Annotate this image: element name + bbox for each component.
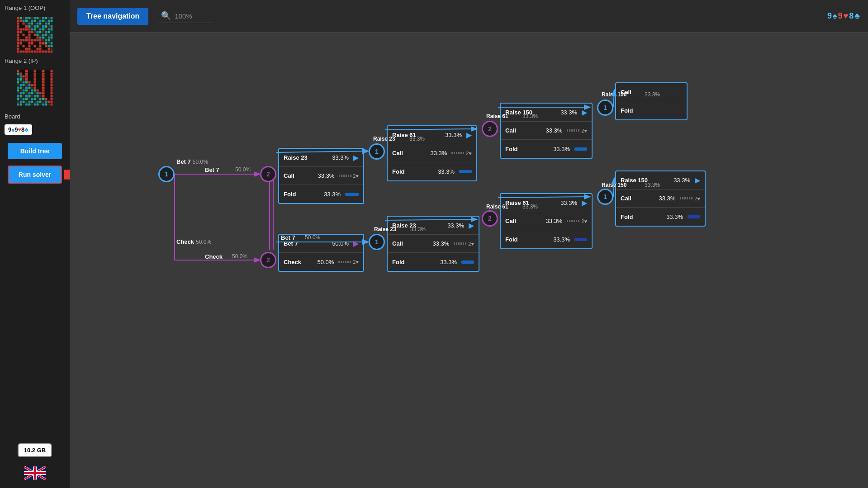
bet7-lower-pct2: 50.0% — [305, 234, 320, 241]
bet7-middle-pct: 50.0% — [235, 166, 251, 173]
bet7-lower-label2: Bet 7 — [281, 234, 295, 241]
fold-lower4-label: Fold — [621, 213, 633, 220]
tree-navigation-button[interactable]: Tree navigation — [77, 8, 148, 25]
action-row-raise61-lower[interactable]: Raise 61 33.3% ▶ — [501, 194, 592, 212]
header-rank1: 9♠ — [827, 11, 838, 20]
player-circle-lower-2: 2 — [260, 252, 276, 268]
raise61-connector-pct-lower: 33.3% — [522, 204, 538, 210]
check-middle-pct: 50.0% — [232, 253, 247, 260]
raise61-lower-arrow: ▶ — [582, 199, 587, 207]
action-row-fold-lower3[interactable]: Fold 33.3% — [501, 230, 592, 248]
action-box-upper3: Raise 150 33.3% ▶ Call 33.3% 2♥ Fold 33.… — [500, 103, 593, 159]
action-row-fold-upper1[interactable]: Fold 33.3% — [279, 185, 363, 203]
raise23-arrow: ▶ — [353, 153, 359, 162]
call-card-u2: 2♥ — [466, 151, 472, 156]
check-label-lower: Check 50.0% — [176, 238, 211, 245]
call-pct-u1: 33.3% — [318, 172, 334, 179]
action-row-call-lower2[interactable]: Call 33.3% 2♥ — [388, 235, 479, 253]
zoom-value: 100% — [175, 12, 192, 20]
action-row-raise23-lower[interactable]: Raise 23 33.3% ▶ — [388, 217, 479, 235]
search-icon: 🔍 — [161, 11, 171, 21]
action-row-call-upper3[interactable]: Call 33.3% 2♥ — [501, 122, 592, 140]
player-number-u2: 2 — [266, 171, 270, 178]
topbar: Tree navigation 🔍 100% 9♠9♥8♣ — [70, 0, 868, 33]
board-suit2: ♥ — [18, 126, 21, 133]
call-lower3-card: 2♥ — [581, 218, 587, 224]
call-lower4-card: 2♥ — [694, 196, 700, 201]
raise23-lower-pct: 33.3% — [447, 222, 464, 229]
board-value: 9♠9♥8♣ — [5, 124, 32, 135]
player-number-l2: 2 — [266, 256, 270, 264]
player-circle-upper-2: 2 — [260, 166, 276, 182]
raise23-label: Raise 23 — [284, 154, 308, 161]
fold-label-u4: Fold — [621, 107, 633, 114]
call-lower4-label: Call — [621, 195, 631, 202]
player-circle-r23-1: 1 — [369, 143, 385, 160]
action-row-raise23-upper[interactable]: Raise 23 33.3% ▶ — [279, 149, 363, 167]
call-pct-u3: 33.3% — [545, 127, 562, 134]
action-box-lower3: Raise 61 33.3% ▶ Call 33.3% 2♥ Fold 33.3… — [500, 193, 593, 249]
check-lower-pct: 50.0% — [317, 259, 334, 265]
range1-grid — [17, 17, 53, 53]
raise23-connector-pct-lower: 33.3% — [410, 226, 426, 232]
run-solver-button[interactable]: Run solver — [8, 166, 62, 184]
raise150-lower-pct: 33.3% — [674, 177, 690, 184]
range2-grid — [17, 70, 53, 106]
raise61-lower-pct: 33.3% — [560, 199, 577, 206]
search-bar[interactable]: 🔍 100% — [157, 9, 212, 23]
action-row-raise150-lower[interactable]: Raise 150 33.3% ▶ — [616, 171, 705, 190]
raise23-pct: 33.3% — [332, 154, 349, 161]
call-lower2-card: 2♥ — [468, 241, 474, 246]
fold-lower2-label: Fold — [392, 259, 404, 265]
fold-pct-u3: 33.3% — [553, 146, 570, 152]
check-lower-card: 2♥ — [353, 259, 359, 265]
bet7-pct-label: 50.0% — [193, 159, 208, 165]
bet7-lower-label: Bet 7 — [284, 240, 298, 247]
board-suit3: ♣ — [24, 126, 28, 133]
build-tree-button[interactable]: Build tree — [8, 143, 62, 159]
board-label: Board — [5, 113, 20, 120]
action-row-raise61[interactable]: Raise 61 33.3% ▶ — [388, 126, 476, 144]
bet7-label-upper: Bet 7 50.0% — [176, 158, 208, 165]
action-row-fold-upper4[interactable]: Fold — [616, 101, 687, 119]
action-row-fold-upper2[interactable]: Fold 33.3% — [388, 162, 476, 180]
sidebar: Range 1 (OOP) Range 2 (IP) Board 9♠9♥8♣ … — [0, 0, 70, 488]
player-circle-start: 1 — [158, 166, 175, 182]
player-circle-lower-1c: 1 — [597, 189, 613, 205]
raise150-pct: 33.3% — [560, 109, 577, 116]
action-row-call-upper1[interactable]: Call 33.3% 2♥ — [279, 167, 363, 185]
fold-pct-u2: 33.3% — [438, 168, 455, 175]
player-number-l1c: 1 — [603, 193, 607, 200]
call-pct-u2: 33.3% — [430, 150, 447, 156]
player-number-r150: 1 — [603, 104, 607, 111]
raise150-connector-pct-lower: 33.3% — [645, 182, 660, 188]
action-row-fold-lower4[interactable]: Fold 33.3% — [616, 208, 705, 226]
action-box-upper2: Raise 61 33.3% ▶ Call 33.3% 2♥ Fold 33.3… — [387, 125, 477, 181]
range1-label: Range 1 (OOP) — [5, 5, 45, 11]
call-lower3-pct: 33.3% — [545, 218, 562, 224]
bet7-lower-pct: 50.0% — [332, 240, 349, 247]
call-progress-u1: 33.3% 2♥ — [318, 172, 359, 179]
call-lower2-label: Call — [392, 240, 403, 247]
tree-area[interactable]: 1 Bet 7 50.0% 2 Raise 23 33.3% ▶ Call — [70, 33, 868, 488]
action-row-check-lower1[interactable]: Check 50.0% 2♥ — [279, 253, 363, 271]
player-circle-lower-2b: 2 — [482, 210, 498, 227]
call-card-u1: 2♥ — [353, 173, 359, 179]
call-label-u1: Call — [284, 172, 294, 179]
action-row-call-lower4[interactable]: Call 33.3% 2♥ — [616, 190, 705, 208]
raise23-lower-arrow: ▶ — [469, 221, 474, 230]
player-number-r61: 2 — [488, 125, 492, 133]
player-number-l1b: 1 — [375, 238, 379, 246]
action-row-fold-lower2[interactable]: Fold 33.3% — [388, 253, 479, 271]
board-display-header: 9♠9♥8♣ — [827, 11, 861, 21]
fold-lower3-label: Fold — [505, 236, 517, 243]
language-flag-icon[interactable] — [24, 466, 46, 480]
fold-label-u2: Fold — [392, 168, 404, 175]
action-row-call-lower3[interactable]: Call 33.3% 2♥ — [501, 212, 592, 230]
call-card-u3: 2♥ — [581, 128, 587, 133]
action-row-raise150[interactable]: Raise 150 33.3% ▶ — [501, 104, 592, 122]
action-row-fold-upper3[interactable]: Fold 33.3% — [501, 140, 592, 158]
action-row-call-upper2[interactable]: Call 33.3% 2♥ — [388, 144, 476, 162]
fold-label-u1: Fold — [284, 191, 296, 198]
bet7-action-label: Bet 7 — [176, 158, 191, 165]
